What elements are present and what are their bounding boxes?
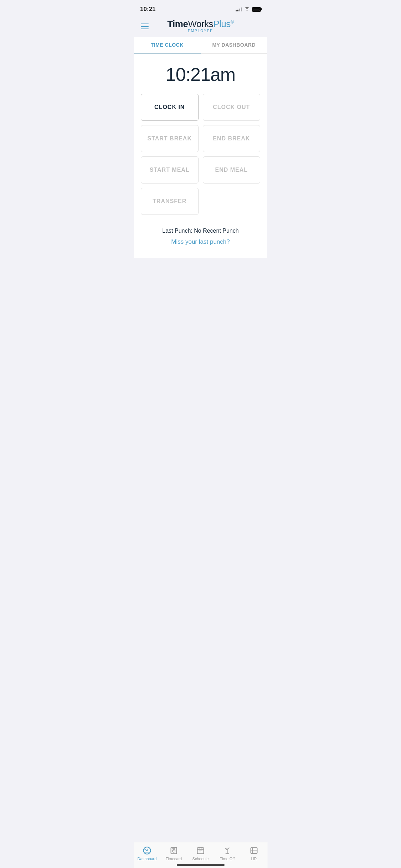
logo-plus: Plus® [213,19,234,30]
logo-timeworks: TimeWorks [167,19,213,30]
menu-icon[interactable] [141,24,149,29]
wifi-icon [244,7,250,12]
tab-my-dashboard[interactable]: MY DASHBOARD [201,37,268,53]
current-time: 10:21am [141,54,260,94]
start-break-button[interactable]: START BREAK [141,125,199,152]
signal-icon [236,7,242,11]
clock-in-button[interactable]: CLOCK IN [141,94,199,121]
logo: TimeWorks Plus® EMPLOYEE [167,19,234,33]
end-break-button[interactable]: END BREAK [203,125,261,152]
meal-buttons-row: START MEAL END MEAL [141,156,260,184]
last-punch-label: Last Punch: No Recent Punch [141,219,260,237]
battery-icon [252,7,261,12]
logo-reg: ® [231,19,234,25]
main-content: 10:21am CLOCK IN CLOCK OUT START BREAK E… [134,54,267,258]
clock-buttons-row: CLOCK IN CLOCK OUT [141,94,260,121]
logo-employee: EMPLOYEE [188,29,213,33]
start-meal-button[interactable]: START MEAL [141,156,199,184]
header: TimeWorks Plus® EMPLOYEE [134,16,267,37]
status-time: 10:21 [140,6,155,13]
tab-time-clock[interactable]: TIME CLOCK [134,37,201,53]
miss-punch-link[interactable]: Miss your last punch? [141,237,260,247]
end-meal-button[interactable]: END MEAL [203,156,261,184]
tab-bar: TIME CLOCK MY DASHBOARD [134,37,267,54]
break-buttons-row: START BREAK END BREAK [141,125,260,152]
transfer-button[interactable]: TRANSFER [141,188,199,215]
clock-out-button[interactable]: CLOCK OUT [203,94,261,121]
status-icons [236,7,261,12]
status-bar: 10:21 [134,0,267,16]
